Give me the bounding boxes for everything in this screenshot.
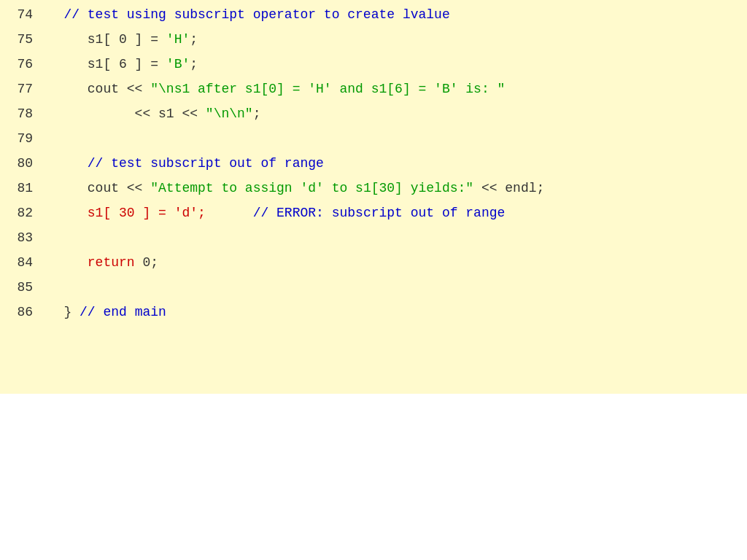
error-code: s1[ 30 ] = 'd'; bbox=[40, 206, 206, 220]
comment-text: // test using subscript operator to crea… bbox=[40, 7, 450, 22]
line-content bbox=[40, 280, 747, 295]
code-line-77: 77 cout << "\ns1 after s1[0] = 'H' and s… bbox=[0, 80, 747, 105]
code-line-78: 78 << s1 << "\n\n"; bbox=[0, 105, 747, 130]
line-content: // test using subscript operator to crea… bbox=[40, 7, 747, 22]
code-line-84: 84 return 0; bbox=[0, 254, 747, 279]
code-text: ; bbox=[190, 32, 198, 47]
string-literal: 'B' bbox=[166, 57, 190, 71]
code-text: } bbox=[40, 305, 80, 319]
bottom-area bbox=[0, 394, 747, 560]
line-number: 78 bbox=[0, 106, 40, 121]
line-number: 83 bbox=[0, 230, 40, 245]
code-text: << s1 << bbox=[40, 106, 206, 121]
line-content: s1[ 6 ] = 'B'; bbox=[40, 57, 747, 71]
string-literal: "Attempt to assign 'd' to s1[30] yields:… bbox=[150, 181, 473, 195]
line-content: return 0; bbox=[40, 255, 747, 270]
line-number: 84 bbox=[0, 255, 40, 270]
line-content: cout << "Attempt to assign 'd' to s1[30]… bbox=[40, 181, 747, 195]
code-line-80: 80 // test subscript out of range bbox=[0, 155, 747, 179]
line-content: } // end main bbox=[40, 305, 747, 319]
line-number: 81 bbox=[0, 181, 40, 195]
line-content: cout << "\ns1 after s1[0] = 'H' and s1[6… bbox=[40, 82, 747, 96]
line-content bbox=[40, 131, 747, 146]
comment-text: // ERROR: subscript out of range bbox=[253, 206, 506, 220]
line-number: 77 bbox=[0, 82, 40, 96]
code-panel: 74 // test using subscript operator to c… bbox=[0, 0, 747, 394]
line-number: 85 bbox=[0, 280, 40, 295]
code-text bbox=[40, 255, 88, 270]
line-number: 80 bbox=[0, 156, 40, 171]
line-number: 79 bbox=[0, 131, 40, 146]
string-literal: "\ns1 after s1[0] = 'H' and s1[6] = 'B' … bbox=[150, 82, 505, 96]
line-content: << s1 << "\n\n"; bbox=[40, 106, 747, 121]
code-text: cout << bbox=[40, 82, 150, 96]
line-content bbox=[40, 230, 747, 245]
code-line-79: 79 bbox=[0, 130, 747, 155]
code-text: 0; bbox=[135, 255, 158, 270]
line-number: 76 bbox=[0, 57, 40, 71]
line-content: s1[ 30 ] = 'd'; // ERROR: subscript out … bbox=[40, 206, 747, 220]
code-line-85: 85 bbox=[0, 279, 747, 303]
code-text: ; bbox=[253, 106, 261, 121]
comment-text: // test subscript out of range bbox=[40, 156, 324, 171]
line-content: s1[ 0 ] = 'H'; bbox=[40, 32, 747, 47]
code-line-76: 76 s1[ 6 ] = 'B'; bbox=[0, 55, 747, 80]
code-text: << endl; bbox=[473, 181, 544, 195]
line-content: // test subscript out of range bbox=[40, 156, 747, 171]
keyword-return: return bbox=[88, 255, 135, 270]
string-literal: "\n\n" bbox=[206, 106, 253, 121]
code-text: ; bbox=[190, 57, 198, 71]
code-text bbox=[206, 206, 253, 220]
code-text: cout << bbox=[40, 181, 150, 195]
string-literal: 'H' bbox=[166, 32, 190, 47]
code-text: s1[ 6 ] = bbox=[40, 57, 166, 71]
line-number: 82 bbox=[0, 206, 40, 220]
code-line-83: 83 bbox=[0, 229, 747, 254]
code-text: s1[ 0 ] = bbox=[40, 32, 166, 47]
line-number: 75 bbox=[0, 32, 40, 47]
line-number: 74 bbox=[0, 7, 40, 22]
code-line-82: 82 s1[ 30 ] = 'd'; // ERROR: subscript o… bbox=[0, 204, 747, 229]
code-line-75: 75 s1[ 0 ] = 'H'; bbox=[0, 31, 747, 55]
code-line-74: 74 // test using subscript operator to c… bbox=[0, 6, 747, 31]
code-line-86: 86 } // end main bbox=[0, 303, 747, 328]
comment-text: // end main bbox=[80, 305, 166, 319]
line-number: 86 bbox=[0, 305, 40, 319]
code-line-81: 81 cout << "Attempt to assign 'd' to s1[… bbox=[0, 179, 747, 204]
